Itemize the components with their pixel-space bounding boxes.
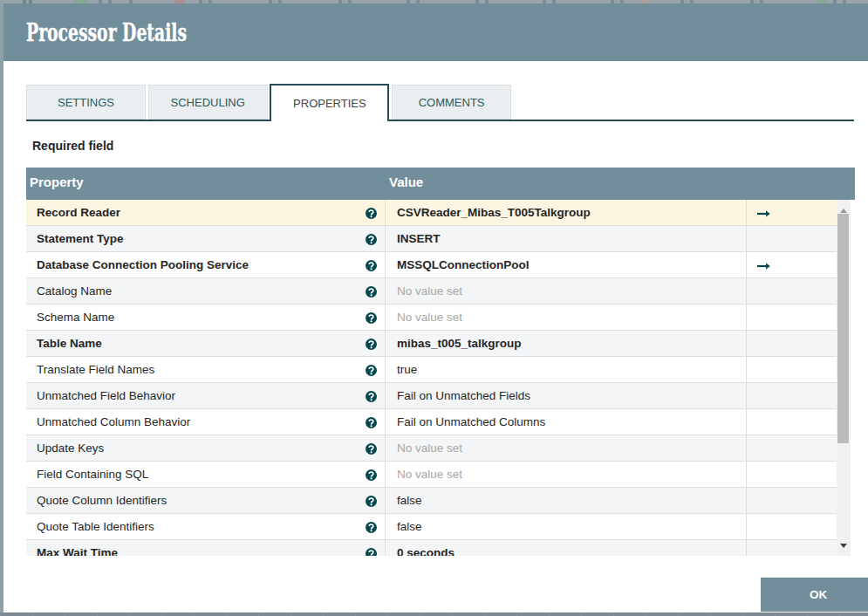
column-header-property: Property (30, 166, 84, 198)
property-name-cell: Quote Table Identifiers (37, 514, 154, 539)
table-row: Catalog Name No value set (26, 278, 837, 305)
help-icon[interactable] (366, 469, 377, 481)
required-field-label: Required field (32, 139, 113, 153)
property-value-cell: Fail on Unmatched Fields (397, 383, 530, 408)
property-value-cell: mibas_t005_talkgroup (397, 331, 522, 356)
property-name-cell: Max Wait Time (37, 540, 118, 556)
help-icon[interactable] (366, 312, 377, 324)
column-divider (746, 226, 747, 252)
column-divider (385, 514, 386, 540)
help-icon[interactable] (366, 391, 377, 402)
column-divider (385, 200, 386, 226)
property-value-cell: No value set (397, 305, 462, 330)
column-divider (385, 540, 386, 556)
property-name-cell: Catalog Name (37, 278, 112, 304)
property-name-cell: Record Reader (37, 200, 120, 225)
table-row: Database Connection Pooling Service MSSQ… (26, 252, 837, 278)
property-value-cell: 0 seconds (397, 540, 455, 556)
property-name-cell: Statement Type (37, 226, 124, 251)
column-divider (385, 226, 386, 252)
table-row: Translate Field Names true (26, 357, 837, 383)
column-divider (385, 488, 386, 514)
tab-label: PROPERTIES (293, 97, 366, 110)
help-icon[interactable] (366, 234, 377, 245)
table-row: Quote Table Identifiers false (26, 514, 837, 540)
column-divider (385, 462, 386, 488)
help-icon[interactable] (366, 365, 377, 376)
scrollbar-down-arrow-icon[interactable] (840, 544, 847, 548)
column-divider (385, 278, 386, 305)
column-divider (385, 357, 386, 383)
help-icon[interactable] (366, 417, 377, 428)
column-divider (385, 383, 386, 409)
tab-comments[interactable]: COMMENTS (392, 85, 511, 120)
tab-settings[interactable]: SETTINGS (26, 85, 146, 120)
column-divider (746, 409, 747, 435)
property-value-cell: MSSQLConnectionPool (397, 252, 530, 277)
property-name-cell: Unmatched Column Behavior (37, 409, 190, 435)
property-value-cell: No value set (397, 278, 462, 304)
property-name-cell: Update Keys (37, 435, 104, 461)
ok-button[interactable]: OK (761, 578, 868, 612)
column-divider (746, 488, 747, 514)
dialog-title: Processor Details (26, 19, 187, 46)
column-divider (746, 331, 747, 357)
property-name-cell: Table Name (37, 331, 102, 356)
property-value-cell: No value set (397, 435, 462, 461)
column-divider (746, 305, 747, 331)
column-divider (746, 357, 747, 383)
column-divider (385, 331, 386, 357)
table-row: Unmatched Column Behavior Fail on Unmatc… (26, 409, 837, 435)
column-divider (746, 435, 747, 462)
column-divider (746, 514, 747, 540)
property-value-cell: false (397, 514, 422, 539)
property-value-cell: Fail on Unmatched Columns (397, 409, 545, 435)
column-divider (746, 200, 747, 226)
property-value-cell: false (397, 488, 422, 513)
column-divider (385, 252, 386, 278)
table-row: Max Wait Time 0 seconds (26, 540, 837, 556)
column-divider (385, 305, 386, 331)
table-row: Table Name mibas_t005_talkgroup (26, 331, 837, 357)
help-icon[interactable] (366, 208, 377, 219)
property-name-cell: Quote Column Identifiers (37, 488, 167, 513)
property-value-cell: No value set (397, 462, 462, 487)
column-divider (746, 540, 747, 556)
scrollbar-up-arrow-icon[interactable] (840, 209, 847, 213)
table-row: Statement Type INSERT (26, 226, 837, 252)
dialog-header: Processor Details (3, 3, 868, 61)
tab-scheduling[interactable]: SCHEDULING (148, 85, 268, 120)
help-icon[interactable] (366, 260, 377, 271)
help-icon[interactable] (366, 339, 377, 350)
table-scrollbar[interactable] (837, 200, 851, 556)
help-icon[interactable] (366, 443, 377, 455)
property-value-cell: true (397, 357, 417, 382)
table-row: Quote Column Identifiers false (26, 488, 837, 514)
tab-label: SCHEDULING (171, 96, 245, 109)
processor-details-dialog: Processor Details SETTINGSSCHEDULINGPROP… (3, 3, 868, 613)
property-name-cell: Field Containing SQL (37, 462, 148, 487)
goto-service-arrow-icon[interactable] (757, 263, 770, 270)
column-header-value: Value (389, 166, 423, 198)
goto-service-arrow-icon[interactable] (757, 210, 770, 217)
tab-properties[interactable]: PROPERTIES (270, 84, 389, 121)
table-row: Record Reader CSVReader_Mibas_T005Talkgr… (26, 200, 837, 226)
tab-label: SETTINGS (58, 96, 114, 109)
table-row: Schema Name No value set (26, 305, 837, 331)
property-value-cell: CSVReader_Mibas_T005Talkgroup (397, 200, 591, 225)
properties-table-body: Record Reader CSVReader_Mibas_T005Talkgr… (26, 200, 837, 556)
column-divider (385, 435, 386, 462)
dimmed-canvas-bottom (0, 613, 868, 616)
help-icon[interactable] (366, 522, 377, 533)
column-divider (746, 383, 747, 409)
scrollbar-thumb[interactable] (837, 214, 849, 443)
column-divider (746, 462, 747, 488)
property-name-cell: Schema Name (37, 305, 114, 330)
table-row: Field Containing SQL No value set (26, 462, 837, 488)
help-icon[interactable] (366, 286, 377, 298)
table-header: Property Value (26, 168, 855, 200)
help-icon[interactable] (366, 496, 377, 507)
help-icon[interactable] (366, 548, 377, 557)
tab-label: COMMENTS (419, 96, 485, 109)
property-name-cell: Translate Field Names (37, 357, 154, 382)
